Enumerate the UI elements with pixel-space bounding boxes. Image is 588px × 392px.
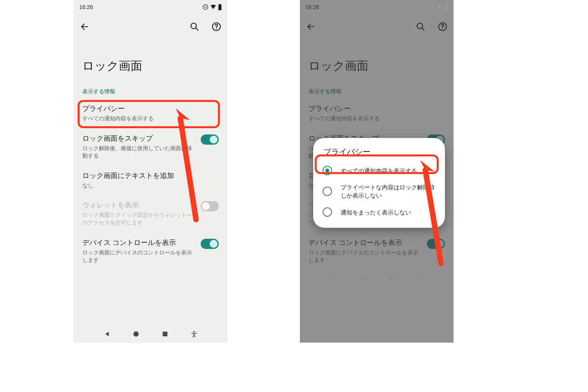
radio-option-hide-all[interactable]: 通知をまったく表示しない bbox=[319, 203, 439, 221]
phone-screenshot-left: 16:26 ロック画面 表示する情報 プライバシー すべての通知内容を表示する … bbox=[74, 0, 227, 343]
radio-icon bbox=[323, 166, 332, 175]
setting-text[interactable]: ロック画面にテキストを追加 なし bbox=[74, 165, 227, 195]
nav-recent-icon[interactable] bbox=[162, 330, 169, 338]
nav-bar bbox=[74, 325, 227, 343]
radio-option-hide-sensitive[interactable]: プライベートな内容はロック解除時しか表示しない bbox=[319, 179, 439, 203]
help-button[interactable] bbox=[211, 21, 222, 32]
nav-back-icon[interactable] bbox=[103, 330, 111, 338]
setting-device[interactable]: デバイス コントロールを表示 ロック画面にデバイスのコントロールを表示します bbox=[74, 232, 227, 270]
setting-privacy[interactable]: プライバシー すべての通知内容を表示する bbox=[74, 98, 227, 128]
switch-skip[interactable] bbox=[201, 134, 219, 145]
setting-skip[interactable]: ロック画面をスキップ ロック解除後、最後に使用していた画面に移動する bbox=[74, 128, 227, 165]
setting-text-sub: なし bbox=[82, 182, 214, 190]
back-arrow-icon bbox=[80, 22, 89, 31]
status-icons bbox=[202, 4, 222, 10]
svg-rect-3 bbox=[219, 4, 221, 5]
setting-device-title: デバイス コントロールを表示 bbox=[82, 238, 196, 247]
setting-text-title: ロック画面にテキストを追加 bbox=[82, 171, 214, 180]
setting-wallet: ウォレットを表示 ロック画面とクイック設定からウォレットへのアクセスを許可します bbox=[74, 195, 227, 232]
svg-point-8 bbox=[133, 331, 139, 337]
dialog-title: プライバシー bbox=[319, 147, 439, 162]
svg-rect-2 bbox=[218, 5, 221, 10]
radio-option-show-all[interactable]: すべての通知内容を表示する bbox=[319, 162, 439, 179]
phone-screenshot-right: 16:26 ロック画面 表示する情報 プライバシー すべての通知内容を表示する … bbox=[300, 0, 454, 343]
switch-wallet bbox=[201, 201, 219, 211]
radio-label: プライベートな内容はロック解除時しか表示しない bbox=[341, 183, 436, 200]
section-header: 表示する情報 bbox=[74, 82, 227, 98]
status-bar: 16:26 bbox=[74, 0, 227, 14]
privacy-dialog: プライバシー すべての通知内容を表示する プライベートな内容はロック解除時しか表… bbox=[313, 138, 445, 228]
radio-icon bbox=[323, 207, 332, 217]
status-time: 16:26 bbox=[79, 4, 93, 10]
wifi-icon bbox=[210, 4, 216, 10]
setting-skip-title: ロック画面をスキップ bbox=[82, 134, 196, 143]
nav-accessibility-icon[interactable] bbox=[191, 330, 198, 338]
toolbar bbox=[74, 14, 227, 39]
page-title: ロック画面 bbox=[74, 39, 227, 82]
setting-privacy-sub: すべての通知内容を表示する bbox=[82, 115, 214, 123]
switch-device[interactable] bbox=[201, 239, 219, 249]
nav-home-icon[interactable] bbox=[132, 330, 140, 338]
back-button[interactable] bbox=[79, 21, 90, 32]
search-button[interactable] bbox=[189, 21, 200, 32]
search-icon bbox=[190, 22, 199, 31]
help-icon bbox=[212, 22, 221, 31]
setting-privacy-title: プライバシー bbox=[82, 104, 214, 113]
radio-label: 通知をまったく表示しない bbox=[341, 208, 411, 216]
svg-line-5 bbox=[196, 28, 198, 30]
battery-icon bbox=[218, 4, 222, 10]
radio-label: すべての通知内容を表示する bbox=[341, 167, 417, 175]
setting-wallet-title: ウォレットを表示 bbox=[82, 200, 196, 210]
svg-point-10 bbox=[193, 331, 195, 332]
radio-icon bbox=[323, 187, 332, 196]
setting-device-sub: ロック画面にデバイスのコントロールを表示します bbox=[82, 249, 196, 264]
svg-point-7 bbox=[216, 28, 217, 29]
setting-wallet-sub: ロック画面とクイック設定からウォレットへのアクセスを許可します bbox=[82, 211, 196, 227]
svg-rect-9 bbox=[163, 332, 167, 336]
dnd-icon bbox=[202, 4, 209, 10]
setting-skip-sub: ロック解除後、最後に使用していた画面に移動する bbox=[82, 145, 196, 160]
